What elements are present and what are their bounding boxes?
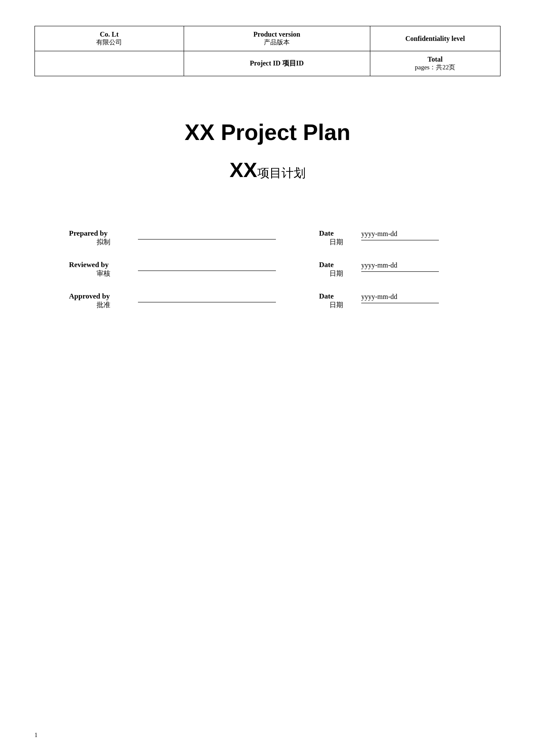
subtitle-cn: 项目计划 <box>257 166 306 180</box>
page-number: 1 <box>34 732 38 739</box>
prepared-date-cn: 日期 <box>319 238 354 247</box>
reviewed-by-en: Reviewed by <box>69 261 138 269</box>
subtitle-xx: XX <box>229 159 257 181</box>
company-label-en: Co. Lt <box>41 31 178 38</box>
approved-date-value-wrapper: yyyy-mm-dd <box>361 292 439 303</box>
signature-section: Prepared by 拟制 Date 日期 yyyy-mm-dd Review… <box>69 229 501 310</box>
approved-date-cn: 日期 <box>319 301 354 310</box>
reviewed-date-en: Date <box>319 261 354 269</box>
reviewed-by-cn: 审核 <box>69 269 138 278</box>
reviewed-date-value: yyyy-mm-dd <box>361 261 439 269</box>
reviewed-date-labels: Date 日期 <box>319 261 354 278</box>
reviewed-by-signature-line <box>138 261 276 271</box>
approved-date-value: yyyy-mm-dd <box>361 292 439 301</box>
subtitle: XX项目计划 <box>34 158 501 182</box>
document-page: Co. Lt 有限公司 Product version 产品版本 Confide… <box>0 0 535 756</box>
approved-by-cn: 批准 <box>69 301 138 310</box>
approved-by-labels: Approved by 批准 <box>69 292 138 310</box>
reviewed-by-row: Reviewed by 审核 Date 日期 yyyy-mm-dd <box>69 261 501 278</box>
total-label-en: Total <box>428 56 443 63</box>
prepared-by-cn: 拟制 <box>69 238 138 247</box>
approved-date-labels: Date 日期 <box>319 292 354 310</box>
prepared-date-value: yyyy-mm-dd <box>361 229 439 238</box>
prepared-by-labels: Prepared by 拟制 <box>69 229 138 247</box>
total-label-cn: pages：共22页 <box>415 64 455 71</box>
reviewed-by-labels: Reviewed by 审核 <box>69 261 138 278</box>
company-cell: Co. Lt 有限公司 <box>35 26 184 51</box>
reviewed-date-cn: 日期 <box>319 269 354 278</box>
empty-cell-1 <box>35 51 184 76</box>
confidentiality-label-en: Confidentiality level <box>376 35 494 43</box>
main-title: XX Project Plan <box>34 119 501 145</box>
title-section: XX Project Plan XX项目计划 <box>34 119 501 182</box>
project-id-label: Project ID 项目ID <box>190 59 364 68</box>
reviewed-date-value-wrapper: yyyy-mm-dd <box>361 261 439 272</box>
project-id-cell: Project ID 项目ID <box>184 51 370 76</box>
total-pages-cell: Total pages：共22页 <box>370 51 500 76</box>
prepared-by-signature-line <box>138 229 276 240</box>
product-version-cell: Product version 产品版本 <box>184 26 370 51</box>
product-version-label-en: Product version <box>190 31 364 38</box>
prepared-date-en: Date <box>319 229 354 238</box>
approved-date-en: Date <box>319 292 354 301</box>
product-version-label-cn: 产品版本 <box>190 38 364 47</box>
approved-by-en: Approved by <box>69 292 138 301</box>
prepared-by-row: Prepared by 拟制 Date 日期 yyyy-mm-dd <box>69 229 501 247</box>
confidentiality-cell: Confidentiality level <box>370 26 500 51</box>
prepared-date-value-wrapper: yyyy-mm-dd <box>361 229 439 240</box>
prepared-by-en: Prepared by <box>69 229 138 238</box>
header-table: Co. Lt 有限公司 Product version 产品版本 Confide… <box>34 26 501 76</box>
approved-by-signature-line <box>138 292 276 302</box>
approved-by-row: Approved by 批准 Date 日期 yyyy-mm-dd <box>69 292 501 310</box>
prepared-date-labels: Date 日期 <box>319 229 354 247</box>
company-label-cn: 有限公司 <box>41 38 178 47</box>
